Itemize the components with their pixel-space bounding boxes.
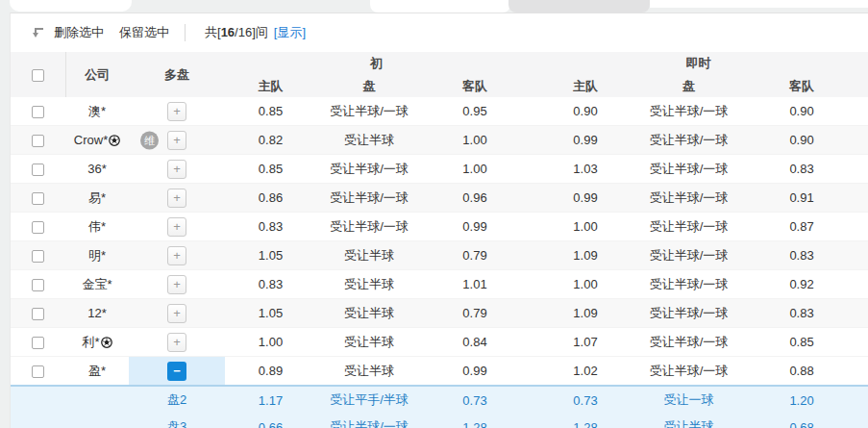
multi-pan-cell: + <box>129 270 225 299</box>
live-away-odds: 0.90 <box>734 126 868 155</box>
expand-button[interactable]: + <box>167 102 186 121</box>
initial-handicap: 受让半球/一球 <box>316 184 422 213</box>
expand-button[interactable]: + <box>167 131 186 150</box>
expand-button[interactable]: + <box>167 246 186 265</box>
live-home-odds: 0.73 <box>528 386 643 414</box>
initial-handicap: 受让半球 <box>316 299 422 328</box>
initial-home-odds: 0.82 <box>225 126 316 155</box>
row-checkbox[interactable] <box>32 365 44 378</box>
initial-home-odds: 0.86 <box>225 184 316 213</box>
collapse-button[interactable]: − <box>167 362 186 381</box>
expand-button[interactable]: + <box>167 189 186 208</box>
initial-home-odds: 0.66 <box>225 414 316 428</box>
company-cell: Crow*维 <box>65 126 129 155</box>
row-checkbox-cell <box>11 97 65 126</box>
company-cell: 易* <box>65 184 129 213</box>
bookmaker-row: 澳*+0.85受让半球/一球0.950.90受让半球/一球0.90 <box>11 97 868 126</box>
initial-away-odds: 0.96 <box>422 184 528 213</box>
bookmaker-row: 利*+1.00受让半球0.841.07受让半球/一球0.85 <box>11 328 868 357</box>
soccer-ball-icon <box>109 135 120 146</box>
row-checkbox[interactable] <box>32 337 44 349</box>
empty-company-cell <box>65 414 129 428</box>
row-checkbox-cell <box>11 299 65 328</box>
expand-button[interactable]: + <box>167 333 186 352</box>
keep-selected-button[interactable]: 保留选中 <box>119 24 169 41</box>
company-name: 盈* <box>88 364 106 378</box>
initial-handicap-header: 盘 <box>316 75 422 97</box>
initial-handicap: 受让半球 <box>316 126 422 155</box>
top-partial-button-inactive[interactable] <box>508 0 650 13</box>
row-checkbox[interactable] <box>32 192 44 205</box>
initial-handicap: 受让半球 <box>316 241 422 270</box>
expand-button[interactable]: + <box>167 275 186 294</box>
initial-away-odds: 1.00 <box>422 155 528 184</box>
initial-home-header: 主队 <box>225 75 316 97</box>
live-handicap: 受让半球/一球 <box>643 97 734 126</box>
company-cell: 明* <box>65 241 129 270</box>
initial-handicap: 受让半球/一球 <box>316 97 422 126</box>
bookmaker-row: 易*+0.86受让半球/一球0.960.99受让半球/一球0.91 <box>11 184 868 213</box>
initial-away-odds: 0.73 <box>422 386 528 414</box>
live-home-odds: 0.99 <box>528 184 643 213</box>
live-handicap: 受让半球/一球 <box>643 299 734 328</box>
live-handicap: 受让半球/一球 <box>643 270 734 299</box>
room-count-selected: 16 <box>221 25 235 39</box>
live-home-odds: 1.09 <box>528 241 643 270</box>
company-header: 公司 <box>65 52 129 97</box>
live-handicap: 受让半球/一球 <box>643 241 734 270</box>
company-name: 利* <box>82 335 99 349</box>
row-checkbox[interactable] <box>32 106 44 118</box>
company-cell: 金宝* <box>65 270 129 299</box>
company-cell: 12* <box>65 299 129 328</box>
select-all-checkbox[interactable] <box>32 69 44 82</box>
toolbar-divider <box>185 24 186 41</box>
room-count: 共[16/16]间 <box>205 24 268 41</box>
live-handicap: 受让半球/一球 <box>643 184 734 213</box>
row-checkbox[interactable] <box>32 279 44 291</box>
live-handicap: 受让半球/一球 <box>643 357 734 387</box>
live-home-odds: 1.03 <box>528 155 643 184</box>
expand-button[interactable]: + <box>167 304 186 323</box>
live-home-odds: 1.02 <box>528 357 643 387</box>
row-checkbox-cell <box>11 241 65 270</box>
company-name: 36* <box>87 162 107 176</box>
expanded-handicap-row: 盘21.17受让平手/半球0.730.73受让一球1.20 <box>11 386 868 414</box>
live-away-odds: 1.20 <box>734 386 868 414</box>
live-home-header: 主队 <box>528 75 643 97</box>
live-home-odds: 1.00 <box>528 213 643 241</box>
live-away-odds: 0.88 <box>734 357 868 387</box>
show-link[interactable]: [显示] <box>274 24 306 41</box>
live-home-odds: 1.28 <box>528 414 643 428</box>
initial-home-odds: 1.17 <box>225 386 316 414</box>
expand-button[interactable]: + <box>167 217 186 237</box>
row-checkbox-cell <box>11 270 65 299</box>
row-checkbox[interactable] <box>32 308 44 320</box>
toolbar: 删除选中 保留选中 共[16/16]间 [显示] <box>11 13 868 52</box>
initial-handicap: 受让半球 <box>316 357 422 387</box>
top-partial-button-active[interactable] <box>370 0 510 13</box>
soccer-ball-icon <box>101 337 112 348</box>
company-cell: 伟* <box>65 213 129 241</box>
initial-away-odds: 0.79 <box>422 299 528 328</box>
top-partial-input <box>10 0 132 12</box>
sub-handicap-label: 盘2 <box>129 386 225 414</box>
company-cell: 利* <box>65 328 129 357</box>
multi-pan-cell: + <box>129 184 225 213</box>
initial-home-odds: 1.00 <box>225 328 316 357</box>
bookmaker-row: 明*+1.05受让半球0.791.09受让半球/一球0.83 <box>11 241 868 270</box>
row-checkbox[interactable] <box>32 221 44 234</box>
odds-table: 公司 多盘 初 即时 主队 盘 客队 主队 盘 客队 澳*+0.85受让半球/一… <box>11 52 868 428</box>
initial-away-odds: 0.99 <box>422 213 528 241</box>
delete-selected-button[interactable]: 删除选中 <box>54 24 104 41</box>
initial-home-odds: 1.05 <box>225 299 316 328</box>
row-checkbox[interactable] <box>32 250 44 263</box>
company-name: 明* <box>88 248 106 263</box>
company-name: 金宝* <box>82 277 112 291</box>
expand-button[interactable]: + <box>167 160 186 179</box>
row-checkbox-cell <box>11 184 65 213</box>
multi-pan-cell: + <box>129 155 225 184</box>
row-checkbox[interactable] <box>32 135 44 147</box>
row-checkbox[interactable] <box>32 164 44 176</box>
top-partial-bar <box>650 0 868 8</box>
select-all-header <box>11 52 65 97</box>
